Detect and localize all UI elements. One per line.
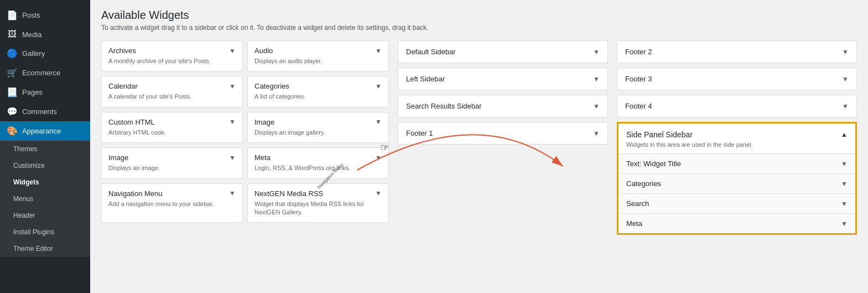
side-panel-widget-meta[interactable]: Meta ▼ <box>618 213 855 233</box>
sidebar-item-pages[interactable]: 📃 Pages <box>0 83 90 102</box>
comments-icon: 💬 <box>7 106 18 117</box>
side-panel-widget-categories[interactable]: Categories ▼ <box>618 173 855 193</box>
widget-navigation-menu[interactable]: Navigation Menu ▼ Add a navigation menu … <box>101 183 243 223</box>
side-panel-subtitle: Widgets in this area are used in the sid… <box>618 141 855 153</box>
widget-archives[interactable]: Archives ▼ A monthly archive of your sit… <box>101 40 243 71</box>
sidebar-item-theme-editor[interactable]: Theme Editor <box>0 240 90 257</box>
widget-nextgen-media-rss[interactable]: NextGEN Media RSS ▼ Widget that displays… <box>247 183 389 223</box>
sidebar-item-install-plugins[interactable]: Install Plugins <box>0 224 90 240</box>
posts-icon: 📄 <box>7 10 18 20</box>
page-title: Available Widgets <box>101 9 857 22</box>
widget-image[interactable]: Image ▼ Displays an image. <box>101 147 243 178</box>
widget-audio[interactable]: Audio ▼ Displays an audio player. <box>247 40 389 71</box>
chevron-down-icon: ▼ <box>375 118 382 126</box>
sidebar-item-media[interactable]: 🖼 Media <box>0 25 90 44</box>
sidebar-item-customize[interactable]: Customize <box>0 157 90 174</box>
media-icon: 🖼 <box>7 29 18 39</box>
chevron-down-icon: ▼ <box>841 200 848 208</box>
sidebar-item-posts[interactable]: 📄 Posts <box>0 6 90 25</box>
chevron-up-icon: ▲ <box>841 131 848 138</box>
chevron-down-icon: ▼ <box>375 189 382 197</box>
chevron-down-icon: ▼ <box>375 154 382 162</box>
available-widgets-column: Archives ▼ A monthly archive of your sit… <box>101 40 389 235</box>
chevron-down-icon: ▼ <box>841 180 848 188</box>
chevron-down-icon: ▼ <box>593 130 600 137</box>
chevron-down-icon: ▼ <box>229 118 236 126</box>
main-content: Available Widgets To activate a widget d… <box>90 0 868 293</box>
widget-grid: Archives ▼ A monthly archive of your sit… <box>101 40 389 223</box>
chevron-down-icon: ▼ <box>229 47 236 55</box>
area-footer-3[interactable]: Footer 3 ▼ <box>617 68 857 90</box>
area-default-sidebar[interactable]: Default Sidebar ▼ <box>398 40 608 63</box>
sidebar-item-widgets[interactable]: Widgets <box>0 174 90 191</box>
side-panel-widget-search[interactable]: Search ▼ <box>618 193 855 213</box>
chevron-down-icon: ▼ <box>841 220 848 228</box>
chevron-down-icon: ▼ <box>375 47 382 55</box>
chevron-down-icon: ▼ <box>229 154 236 162</box>
widget-image-gallery[interactable]: Image ▼ Displays an image gallery. <box>247 112 389 143</box>
area-footer-2[interactable]: Footer 2 ▼ <box>617 40 857 63</box>
sidebar-item-comments[interactable]: 💬 Comments <box>0 102 90 121</box>
area-search-results-sidebar[interactable]: Search Results Sidebar ▼ <box>398 95 608 117</box>
sidebar-item-gallery[interactable]: 🔵 Gallery <box>0 44 90 63</box>
side-panel-widget-text[interactable]: Text: Widget Title ▼ <box>618 153 855 173</box>
side-panel-sidebar: Side Panel Sidebar ▲ Widgets in this are… <box>617 122 857 235</box>
appearance-icon: 🎨 <box>7 126 18 136</box>
chevron-down-icon: ▼ <box>375 83 382 90</box>
chevron-down-icon: ▼ <box>593 102 600 110</box>
sidebar-item-appearance[interactable]: 🎨 Appearance <box>0 121 90 141</box>
widget-meta[interactable]: Meta ▼ Login, RSS, & WordPress.org links… <box>247 147 389 178</box>
chevron-down-icon: ▼ <box>229 83 236 90</box>
chevron-down-icon: ▼ <box>842 75 849 83</box>
widget-custom-html[interactable]: Custom HTML ▼ Arbitrary HTML code. <box>101 112 243 143</box>
sidebar-areas-column: Default Sidebar ▼ Left Sidebar ▼ Search … <box>398 40 608 235</box>
sidebar-item-ecommerce[interactable]: 🛒 Ecommerce <box>0 63 90 83</box>
page-subtitle: To activate a widget drag it to a sideba… <box>101 24 857 32</box>
right-column: Footer 2 ▼ Footer 3 ▼ Footer 4 ▼ Side Pa… <box>617 40 857 235</box>
ecommerce-icon: 🛒 <box>7 68 18 78</box>
area-footer-4[interactable]: Footer 4 ▼ <box>617 95 857 117</box>
chevron-down-icon: ▼ <box>229 189 236 197</box>
chevron-down-icon: ▼ <box>593 48 600 56</box>
widgets-area: Archives ▼ A monthly archive of your sit… <box>101 40 857 235</box>
chevron-down-icon: ▼ <box>841 160 848 168</box>
sidebar-item-themes[interactable]: Themes <box>0 141 90 157</box>
appearance-submenu: Themes Customize Widgets Menus Header In… <box>0 141 90 257</box>
area-footer-1[interactable]: Footer 1 ▼ <box>398 122 608 145</box>
widget-categories[interactable]: Categories ▼ A list of categories. <box>247 76 389 107</box>
side-panel-title: Side Panel Sidebar <box>626 130 693 139</box>
sidebar-item-menus[interactable]: Menus <box>0 191 90 207</box>
gallery-icon: 🔵 <box>7 48 18 59</box>
area-left-sidebar[interactable]: Left Sidebar ▼ <box>398 68 608 90</box>
chevron-down-icon: ▼ <box>842 102 849 110</box>
pages-icon: 📃 <box>7 87 18 97</box>
chevron-down-icon: ▼ <box>593 75 600 83</box>
chevron-down-icon: ▼ <box>842 48 849 56</box>
admin-sidebar: 📄 Posts 🖼 Media 🔵 Gallery 🛒 Ecommerce 📃 … <box>0 0 90 293</box>
widget-calendar[interactable]: Calendar ▼ A calendar of your site's Pos… <box>101 76 243 107</box>
sidebar-item-header[interactable]: Header <box>0 207 90 224</box>
